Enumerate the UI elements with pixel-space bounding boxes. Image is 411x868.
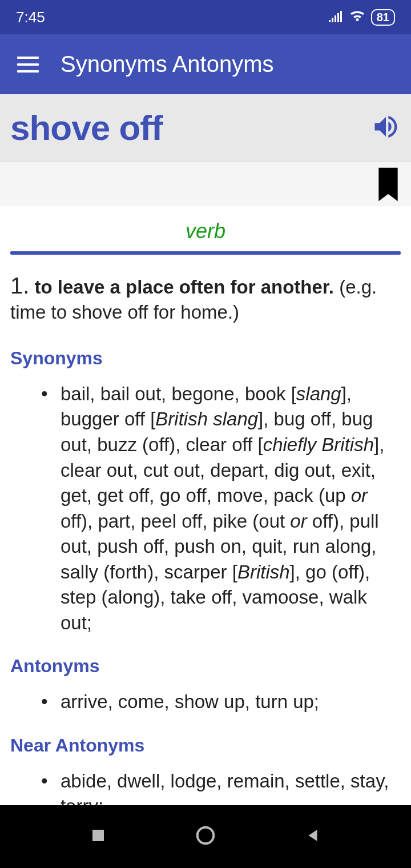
bookmark-icon[interactable] [374, 167, 402, 204]
speaker-icon[interactable] [371, 112, 401, 144]
app-bar: Synonyms Antonyms [0, 34, 411, 94]
divider [10, 251, 401, 255]
status-bar: 7:45 81 [0, 0, 411, 34]
status-right: 81 [329, 9, 395, 26]
definition-number: 1. [10, 273, 29, 298]
app-title: Synonyms Antonyms [61, 51, 274, 77]
nav-back-icon[interactable] [304, 827, 321, 846]
word-bar: shove off [0, 94, 411, 162]
nav-home-icon[interactable] [195, 825, 216, 849]
battery-indicator: 81 [371, 9, 395, 26]
nav-recent-icon[interactable] [90, 827, 107, 846]
antonyms-list: arrive, come, show up, turn up; [10, 689, 401, 715]
content-area: verb 1. to leave a place often for anoth… [0, 206, 411, 868]
definition-text: to leave a place often for another. [35, 276, 334, 298]
signal-icon [329, 9, 344, 26]
synonyms-list: bail, bail out, begone, book [slang], bu… [10, 381, 401, 636]
near-antonyms-label: Near Antonyms [10, 735, 401, 756]
definition: 1. to leave a place often for another. (… [10, 271, 401, 325]
list-item: arrive, come, show up, turn up; [45, 689, 401, 715]
status-time: 7:45 [16, 9, 45, 26]
entry-word: shove off [10, 107, 163, 148]
navigation-bar [0, 805, 411, 868]
wifi-icon [349, 9, 365, 26]
synonyms-label: Synonyms [10, 348, 401, 369]
svg-point-1 [198, 827, 214, 844]
list-item: bail, bail out, begone, book [slang], bu… [45, 381, 401, 636]
part-of-speech: verb [10, 212, 401, 251]
antonyms-label: Antonyms [10, 656, 401, 677]
bookmark-row [0, 162, 411, 206]
menu-icon[interactable] [11, 51, 45, 78]
svg-rect-0 [92, 830, 104, 841]
